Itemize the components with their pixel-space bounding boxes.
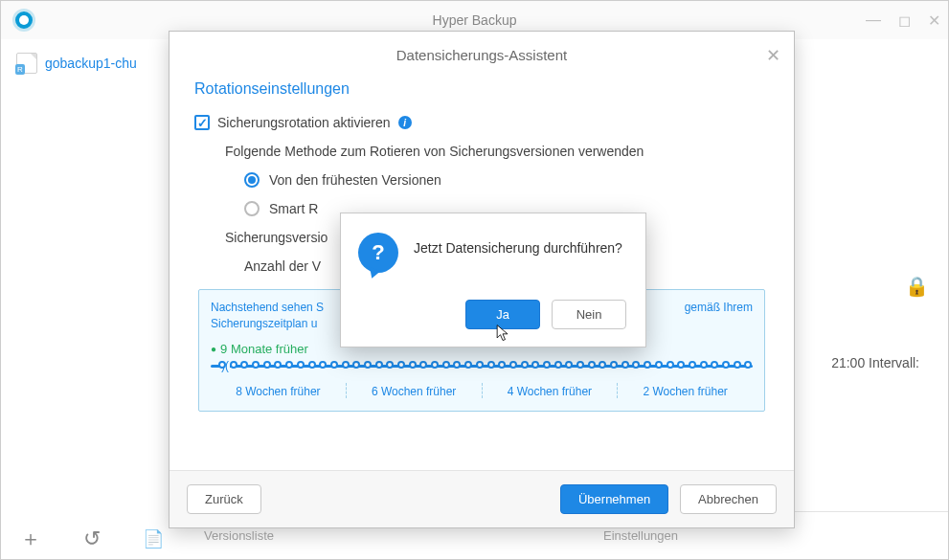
minimize-icon[interactable]: — (866, 11, 881, 30)
app-title: Hyper Backup (433, 12, 517, 28)
info-icon[interactable]: i (398, 116, 412, 129)
wizard-title: Datensicherungs-Assistent ✕ (169, 32, 794, 75)
confirm-text: Jetzt Datensicherung durchführen? (414, 233, 622, 256)
no-button[interactable]: Nein (552, 300, 626, 329)
back-button[interactable]: Zurück (187, 484, 261, 514)
add-icon[interactable]: ＋ (12, 525, 49, 553)
sidebar: gobackup1-chu (1, 39, 173, 537)
yes-button[interactable]: Ja (465, 300, 540, 329)
version-list-button[interactable]: Versionsliste (192, 526, 285, 545)
apply-button[interactable]: Übernehmen (560, 484, 668, 514)
document-icon[interactable]: 📄 (135, 525, 171, 553)
enable-rotation-label: Sicherungsrotation aktivieren (217, 115, 391, 130)
radio-icon (244, 201, 260, 216)
schedule-info: 21:00 Intervall: (831, 355, 919, 370)
settings-button[interactable]: Einstellungen (592, 526, 689, 545)
method-description: Folgende Methode zum Rotieren von Sicher… (225, 144, 769, 159)
close-window-icon[interactable]: ✕ (928, 11, 940, 30)
app-icon (12, 9, 35, 32)
close-icon[interactable]: ✕ (766, 45, 780, 66)
maximize-icon[interactable]: ◻ (898, 11, 911, 30)
timeline-start-marker: 9 Monate früher (211, 342, 308, 356)
cancel-button[interactable]: Abbrechen (680, 484, 777, 514)
radio-icon (244, 172, 260, 188)
wizard-footer: Zurück Übernehmen Abbrechen (169, 470, 794, 527)
checkbox-icon (194, 115, 210, 130)
section-title: Rotationseinstellungen (194, 80, 769, 98)
sidebar-item-backup-task[interactable]: gobackup1-chu (1, 39, 173, 87)
bottom-toolbar: ＋ ↺ 📄 (12, 525, 171, 553)
radio-earliest-versions[interactable]: Von den frühesten Versionen (244, 172, 769, 188)
question-icon: ? (358, 233, 398, 273)
enable-rotation-checkbox[interactable]: Sicherungsrotation aktivieren i (194, 115, 769, 130)
confirm-dialog: ? Jetzt Datensicherung durchführen? Ja N… (340, 213, 646, 347)
history-icon[interactable]: ↺ (74, 525, 110, 553)
sidebar-item-label: gobackup1-chu (45, 56, 137, 71)
task-icon (16, 53, 37, 74)
key-icon[interactable]: 🔒 (905, 275, 929, 298)
